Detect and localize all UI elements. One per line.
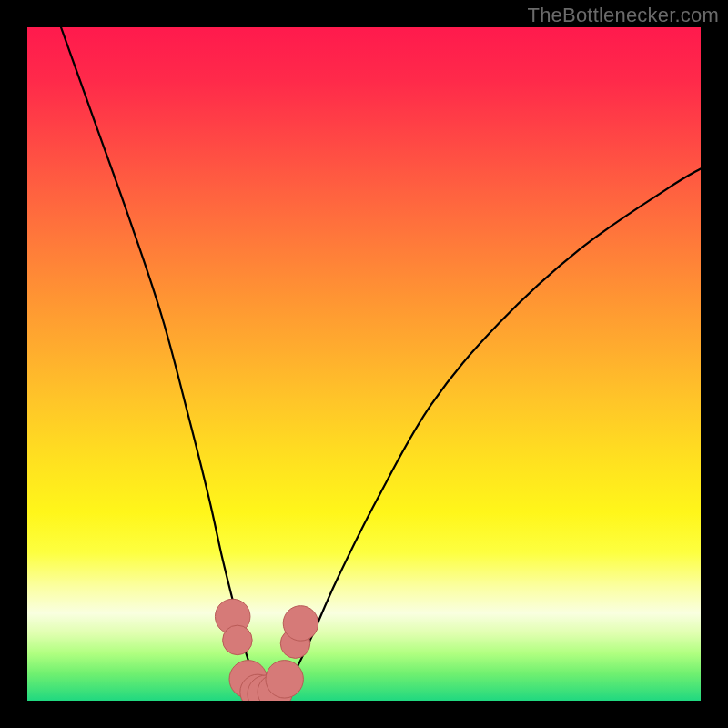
chart-frame: TheBottlenecker.com: [0, 0, 728, 728]
chart-svg: [27, 27, 701, 701]
marker-point: [223, 625, 253, 655]
plot-area: [27, 27, 701, 701]
bottleneck-curve: [61, 27, 701, 696]
curve-markers: [215, 599, 318, 701]
marker-point: [283, 606, 318, 641]
marker-point: [266, 661, 303, 698]
watermark-text: TheBottlenecker.com: [528, 4, 719, 27]
